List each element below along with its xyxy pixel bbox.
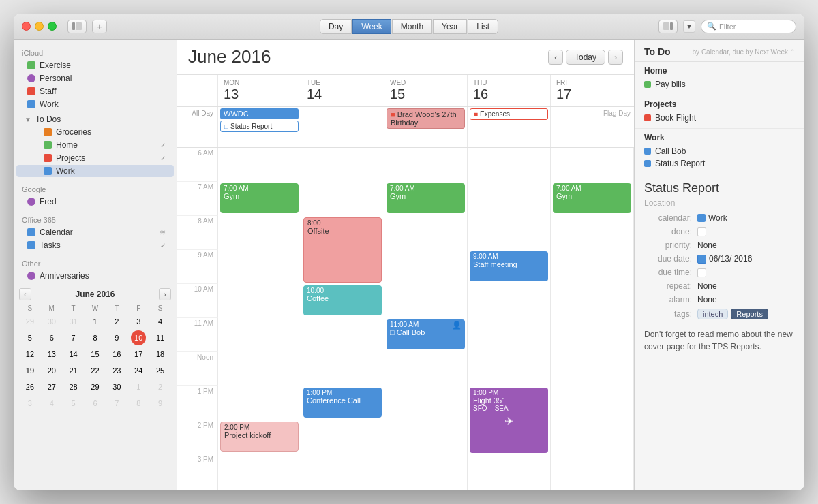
- mini-cal-day[interactable]: 30: [109, 379, 124, 394]
- mini-cal-today[interactable]: 10: [131, 330, 146, 345]
- thu-9am[interactable]: 9:00 AM Staff meeting: [468, 250, 551, 284]
- fri-4pm[interactable]: [551, 488, 634, 490]
- wed-9am[interactable]: [384, 250, 468, 284]
- mon-3pm[interactable]: [218, 454, 301, 488]
- done-checkbox[interactable]: [697, 227, 706, 236]
- gym-mon-event[interactable]: 7:00 AM Gym: [220, 183, 299, 213]
- gym-wed-event[interactable]: 7:00 AM Gym: [387, 183, 465, 213]
- mini-cal-day[interactable]: 4: [153, 314, 168, 329]
- thu-8am[interactable]: [468, 216, 551, 250]
- fri-3pm[interactable]: [551, 454, 634, 488]
- mini-cal-day[interactable]: 31: [66, 314, 81, 329]
- sidebar-item-o365-calendar[interactable]: Calendar ≋: [16, 226, 174, 238]
- wed-10am[interactable]: [384, 284, 468, 318]
- mini-cal-day[interactable]: 23: [109, 363, 124, 378]
- tue-6am[interactable]: [301, 148, 384, 182]
- wed-3pm[interactable]: [384, 454, 468, 488]
- fri-noon[interactable]: [551, 352, 634, 386]
- mini-cal-day[interactable]: 4: [44, 396, 59, 411]
- mini-cal-day[interactable]: 30: [44, 314, 59, 329]
- minimize-button[interactable]: [35, 22, 44, 31]
- fri-6am[interactable]: [551, 148, 634, 182]
- tue-1pm[interactable]: 1:00 PM Conference Call: [301, 386, 384, 420]
- mini-cal-day[interactable]: 26: [22, 379, 37, 394]
- mon-9am[interactable]: [218, 250, 301, 284]
- tue-8am[interactable]: 8:00 Offsite: [301, 216, 384, 250]
- wed-2pm[interactable]: [384, 420, 468, 454]
- search-input[interactable]: 🔍 Filter: [701, 20, 796, 33]
- todo-item-status-report[interactable]: Status Report: [644, 157, 795, 170]
- chevron-down-icon[interactable]: ▼: [683, 20, 695, 33]
- mon-10am[interactable]: [218, 284, 301, 318]
- day-view-button[interactable]: Day: [320, 19, 352, 34]
- mini-cal-day[interactable]: 8: [131, 396, 146, 411]
- fri-7am[interactable]: 7:00 AM Gym: [551, 182, 634, 216]
- mini-cal-day[interactable]: 6: [44, 330, 59, 345]
- maximize-button[interactable]: [48, 22, 57, 31]
- thu-2pm[interactable]: [468, 420, 551, 454]
- mon-1pm[interactable]: [218, 386, 301, 420]
- thu-6am[interactable]: [468, 148, 551, 182]
- mini-cal-day[interactable]: 21: [66, 363, 81, 378]
- sidebar-item-groceries[interactable]: Groceries: [16, 126, 174, 138]
- mini-cal-day[interactable]: 7: [109, 396, 124, 411]
- mini-cal-day[interactable]: 3: [22, 396, 37, 411]
- mon-2pm[interactable]: 2:00 PM Project kickoff: [218, 420, 301, 454]
- conf-call-event[interactable]: 1:00 PM Conference Call: [303, 388, 382, 418]
- due-time-checkbox[interactable]: [697, 268, 706, 277]
- todo-item-call-bob[interactable]: Call Bob: [644, 145, 795, 157]
- mini-cal-day[interactable]: 1: [87, 314, 102, 329]
- call-bob-event[interactable]: 11:00 AM □ Call Bob 👤: [387, 319, 465, 349]
- birthday-event[interactable]: ■ Brad Wood's 27th Birthday: [387, 108, 465, 129]
- mini-cal-day[interactable]: 20: [44, 363, 59, 378]
- mini-cal-day[interactable]: 9: [153, 396, 168, 411]
- mini-cal-day[interactable]: 11: [153, 330, 168, 345]
- wed-11am[interactable]: 11:00 AM □ Call Bob 👤: [384, 318, 468, 352]
- list-view-button[interactable]: List: [468, 19, 498, 34]
- fri-2pm[interactable]: [551, 420, 634, 454]
- add-calendar-button[interactable]: +: [92, 20, 107, 33]
- mini-cal-day[interactable]: 8: [87, 330, 102, 345]
- mon-6am[interactable]: [218, 148, 301, 182]
- mini-cal-prev[interactable]: ‹: [19, 288, 31, 300]
- cal-next-button[interactable]: ›: [608, 50, 623, 65]
- week-view-button[interactable]: Week: [352, 19, 391, 34]
- mon-4pm[interactable]: [218, 488, 301, 490]
- thu-7am[interactable]: [468, 182, 551, 216]
- fri-1pm[interactable]: [551, 386, 634, 420]
- gym-fri-event[interactable]: 7:00 AM Gym: [553, 183, 631, 213]
- right-panel-toggle[interactable]: [658, 20, 678, 33]
- wed-6am[interactable]: [384, 148, 468, 182]
- mini-cal-day[interactable]: 1: [131, 379, 146, 394]
- month-view-button[interactable]: Month: [392, 19, 432, 34]
- sidebar-item-anniversaries[interactable]: Anniversaries: [16, 270, 174, 282]
- cal-scroll-area[interactable]: 6 AM 7 AM 7:00 AM Gym: [177, 148, 634, 490]
- mini-cal-day[interactable]: 12: [22, 347, 37, 362]
- mon-11am[interactable]: [218, 318, 301, 352]
- mini-cal-day[interactable]: 7: [66, 330, 81, 345]
- tag-reports[interactable]: Reports: [731, 309, 768, 319]
- mini-cal-day[interactable]: 22: [87, 363, 102, 378]
- wed-4pm[interactable]: [384, 488, 468, 490]
- wed-7am[interactable]: 7:00 AM Gym: [384, 182, 468, 216]
- sidebar-item-work-todo[interactable]: Work: [16, 165, 174, 177]
- mon-7am[interactable]: 7:00 AM Gym: [218, 182, 301, 216]
- mini-cal-day[interactable]: 5: [66, 396, 81, 411]
- mini-cal-day[interactable]: 6: [87, 396, 102, 411]
- due-time-value[interactable]: [697, 268, 706, 277]
- thu-noon[interactable]: [468, 352, 551, 386]
- mini-cal-day[interactable]: 29: [22, 314, 37, 329]
- todos-section-header[interactable]: ▼ To Dos: [16, 113, 174, 125]
- mini-cal-day[interactable]: 29: [87, 379, 102, 394]
- wed-noon[interactable]: [384, 352, 468, 386]
- todo-item-pay-bills[interactable]: Pay bills: [644, 78, 795, 91]
- mini-cal-day[interactable]: 2: [109, 314, 124, 329]
- thu-11am[interactable]: [468, 318, 551, 352]
- wed-1pm[interactable]: [384, 386, 468, 420]
- thu-10am[interactable]: [468, 284, 551, 318]
- mini-cal-day[interactable]: 5: [22, 330, 37, 345]
- mini-cal-day[interactable]: 2: [153, 379, 168, 394]
- mini-cal-day[interactable]: 13: [44, 347, 59, 362]
- staff-meeting-event[interactable]: 9:00 AM Staff meeting: [470, 251, 548, 281]
- tue-11am[interactable]: [301, 318, 384, 352]
